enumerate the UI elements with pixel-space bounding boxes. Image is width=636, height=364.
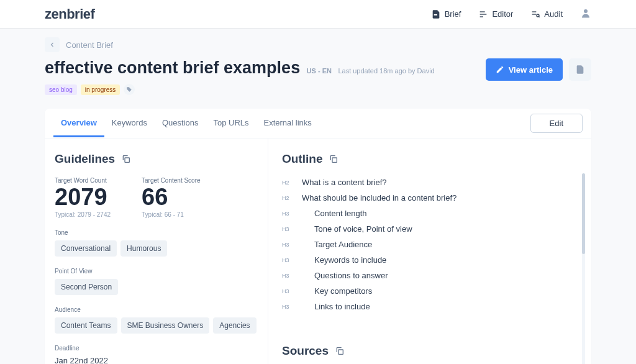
page: Content Brief effective content brief ex…: [0, 29, 636, 364]
breadcrumb: Content Brief: [45, 37, 591, 52]
audience-pills: Content Teams SME Business Owners Agenci…: [55, 317, 258, 334]
outline-list: H2What is a content brief? H2What should…: [282, 175, 591, 314]
outline-panel: Outline H2What is a content brief? H2Wha…: [268, 139, 591, 364]
nav-brief[interactable]: Brief: [431, 9, 461, 19]
pill-tone: Conversational: [55, 240, 117, 257]
pill-audience: Content Teams: [55, 317, 117, 334]
tone-label: Tone: [55, 229, 258, 236]
document-icon: [431, 9, 441, 19]
header: effective content brief examples US - EN…: [45, 58, 591, 95]
view-article-button[interactable]: View article: [486, 58, 563, 81]
tone-pills: Conversational Humorous: [55, 240, 258, 257]
tab-overview[interactable]: Overview: [53, 110, 104, 137]
copy-icon[interactable]: [329, 154, 338, 164]
header-left: effective content brief examples US - EN…: [45, 58, 435, 95]
outline-item[interactable]: H3Target Audience: [282, 237, 576, 252]
tabs: Overview Keywords Questions Top URLs Ext…: [45, 109, 591, 139]
header-actions: View article: [486, 58, 591, 81]
search-list-icon: [530, 9, 540, 19]
copy-icon[interactable]: [335, 346, 345, 356]
pov-group: Point Of View Second Person: [55, 268, 258, 295]
last-updated: Last updated 18m ago by David: [338, 67, 434, 75]
svg-line-8: [539, 16, 540, 17]
outline-item[interactable]: H3Content length: [282, 206, 576, 221]
user-menu[interactable]: [580, 7, 591, 21]
outline-item[interactable]: H2What should be included in a content b…: [282, 190, 576, 206]
pill-pov: Second Person: [55, 279, 118, 295]
arrow-left-icon: [48, 41, 56, 48]
pencil-icon: [496, 65, 504, 74]
user-icon: [580, 7, 591, 19]
topbar: zenbrief Brief Editor Audit: [0, 0, 636, 29]
page-title: effective content brief examples: [45, 58, 300, 77]
outline-title: Outline: [282, 152, 591, 166]
top-nav: Brief Editor Audit: [431, 7, 591, 21]
copy-icon[interactable]: [121, 154, 131, 164]
deadline-label: Deadline: [55, 345, 258, 352]
pov-label: Point Of View: [55, 268, 258, 275]
stat-content-score: Target Content Score 66 Typical: 66 - 71: [142, 177, 201, 218]
panels: Guidelines Target Word Count 2079 Typica…: [45, 139, 591, 364]
deadline-group: Deadline Jan 22nd 2022: [55, 345, 258, 364]
edit-button[interactable]: Edit: [530, 114, 583, 133]
svg-rect-10: [125, 158, 129, 162]
back-button[interactable]: [45, 37, 60, 52]
outline-item[interactable]: H3Keywords to include: [282, 252, 576, 268]
word-count-value: 2079: [55, 185, 111, 209]
stats: Target Word Count 2079 Typical: 2079 - 2…: [55, 177, 258, 218]
scrollbar[interactable]: [582, 173, 585, 364]
audience-label: Audience: [55, 306, 258, 313]
logo: zenbrief: [45, 6, 94, 22]
score-value: 66: [142, 185, 201, 209]
editor-icon: [478, 9, 488, 19]
tag-category[interactable]: seo blog: [45, 84, 77, 95]
tag-status[interactable]: in progress: [81, 84, 120, 95]
score-label: Target Content Score: [142, 177, 201, 184]
outline-item[interactable]: H3Links to include: [282, 299, 576, 314]
tone-group: Tone Conversational Humorous: [55, 229, 258, 257]
guidelines-panel: Guidelines Target Word Count 2079 Typica…: [45, 139, 268, 364]
add-tag-button[interactable]: [124, 84, 135, 95]
audience-group: Audience Content Teams SME Business Owne…: [55, 306, 258, 334]
tab-external-links[interactable]: External links: [257, 110, 319, 137]
breadcrumb-text: Content Brief: [66, 40, 113, 50]
outline-item[interactable]: H3Key competitors: [282, 283, 576, 299]
outline-item[interactable]: H3Tone of voice, Point of view: [282, 221, 576, 237]
tab-questions[interactable]: Questions: [155, 110, 206, 137]
guidelines-title: Guidelines: [55, 152, 258, 166]
scrollbar-thumb[interactable]: [582, 173, 585, 254]
pill-tone: Humorous: [120, 240, 167, 257]
word-count-label: Target Word Count: [55, 177, 111, 184]
deadline-value: Jan 22nd 2022: [55, 356, 258, 364]
tab-top-urls[interactable]: Top URLs: [206, 110, 256, 137]
nav-editor[interactable]: Editor: [478, 9, 513, 19]
pov-pills: Second Person: [55, 279, 258, 295]
content-card: Overview Keywords Questions Top URLs Ext…: [45, 109, 591, 364]
document-icon: [575, 65, 585, 75]
stat-word-count: Target Word Count 2079 Typical: 2079 - 2…: [55, 177, 111, 218]
svg-rect-0: [434, 14, 437, 15]
outline-item[interactable]: H3Questions to answer: [282, 268, 576, 283]
svg-rect-12: [338, 350, 343, 354]
locale-badge: US - EN: [307, 67, 332, 75]
sources-section: Sources Pixabay image HubSpot marketing …: [282, 344, 591, 364]
nav-audit[interactable]: Audit: [530, 9, 563, 19]
svg-rect-11: [332, 158, 337, 162]
sources-title: Sources: [282, 344, 591, 358]
tab-keywords[interactable]: Keywords: [104, 110, 155, 137]
svg-point-9: [584, 9, 588, 13]
tag-icon: [126, 86, 132, 93]
score-sub: Typical: 66 - 71: [142, 211, 201, 218]
document-action-button[interactable]: [569, 58, 591, 81]
tag-row: seo blog in progress: [45, 84, 435, 95]
word-count-sub: Typical: 2079 - 2742: [55, 211, 111, 218]
pill-audience: Agencies: [213, 317, 256, 334]
pill-audience: SME Business Owners: [121, 317, 210, 334]
outline-item[interactable]: H2What is a content brief?: [282, 175, 576, 190]
svg-rect-1: [434, 16, 437, 16]
